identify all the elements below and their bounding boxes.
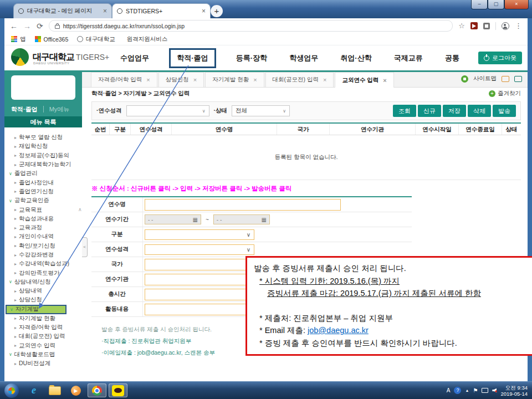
taskbar-chrome-icon[interactable]: [88, 383, 106, 397]
sidebar-menu-item[interactable]: ∨ 상담내역/신청: [4, 278, 82, 287]
profile-avatar-icon[interactable]: [502, 22, 509, 30]
sidebar-menu-item[interactable]: ▸ 재입학신청: [4, 142, 82, 151]
action-button[interactable]: 삭제: [468, 105, 491, 117]
browser-tab[interactable]: STDTIGERS+ ×: [112, 3, 211, 18]
popup-close-window-icon[interactable]: [514, 76, 522, 82]
content-tab-close-icon[interactable]: ×: [323, 76, 326, 83]
bookmark-item[interactable]: 대구대학교: [77, 35, 115, 43]
country-input[interactable]: [145, 259, 257, 270]
calendar-icon[interactable]: ▦: [261, 217, 266, 223]
action-button[interactable]: 신규: [418, 105, 441, 117]
content-tab[interactable]: 대회(공모전) 입력 ×: [265, 72, 334, 87]
university-logo[interactable]: 대구대학교TIGERS+ DAEGU UNIVERSITY: [11, 48, 109, 66]
pdf-extension-icon[interactable]: [470, 22, 478, 29]
agency-input[interactable]: [145, 274, 257, 285]
sidebar-menu-item[interactable]: ∨ 대학생활로드맵: [4, 350, 82, 359]
content-tab[interactable]: 자격증/어학 입력 ×: [91, 72, 157, 87]
sidebar-menu-item[interactable]: ▸ 상담내역: [4, 287, 82, 295]
global-nav-item[interactable]: 학적·졸업: [169, 48, 216, 68]
content-tab-close-icon[interactable]: ×: [146, 76, 150, 83]
sitemap-label[interactable]: 사이트맵: [473, 75, 497, 83]
email-link[interactable]: job@daegu.ac.kr: [308, 326, 369, 335]
action-button[interactable]: 발송: [493, 105, 516, 117]
maximize-button[interactable]: ▢: [488, 0, 504, 9]
sidebar-menu-item[interactable]: ▸ 학습성과내용: [4, 214, 82, 223]
forward-icon[interactable]: →: [23, 22, 31, 30]
content-tab[interactable]: 자기계발 현황 ×: [205, 72, 264, 87]
help-tray-icon[interactable]: ?: [454, 387, 461, 394]
calendar-icon[interactable]: ▦: [193, 217, 198, 223]
bookmark-star-icon[interactable]: ☆: [458, 22, 465, 30]
sidebar-menu-item[interactable]: ▸ 확인/포기신청: [4, 242, 82, 250]
sidebar-menu-item[interactable]: ▸ 교육과정: [4, 223, 82, 232]
sidebar-menu-item[interactable]: ∨ 졸업관리: [4, 169, 82, 178]
status-filter-select[interactable]: 전체 ∨: [232, 105, 290, 116]
sidebar-menu-item[interactable]: ∨ 자기계발: [6, 305, 66, 314]
minimize-button[interactable]: –: [471, 0, 488, 9]
nature-select[interactable]: ∨: [145, 244, 254, 255]
start-button[interactable]: [4, 383, 19, 398]
global-nav-item[interactable]: 수업업무: [118, 50, 151, 66]
content-tab-close-icon[interactable]: ×: [383, 77, 386, 84]
browser-menu-icon[interactable]: ⋮: [515, 22, 522, 30]
sidebar-tab-hakjeok[interactable]: 학적·졸업: [11, 105, 38, 114]
sidebar-menu-item[interactable]: ▸ 졸업연기신청: [4, 187, 82, 196]
sidebar-menu-item[interactable]: ▸ 학부모 열람 신청: [4, 133, 82, 142]
taskbar-mediaplayer-icon[interactable]: ▶: [66, 383, 85, 397]
sidebar-menu-item[interactable]: ∨ 공학교육인증: [4, 196, 82, 205]
sidebar-menu-item[interactable]: ▸ 자격증/어학 입력: [4, 323, 82, 332]
sidebar-menu-item[interactable]: ▸ 자기계발 현황: [4, 314, 82, 323]
new-tab-button[interactable]: +: [211, 5, 223, 17]
bookmark-item[interactable]: 원격지원서비스: [124, 35, 168, 43]
back-icon[interactable]: ←: [10, 22, 18, 30]
network-icon[interactable]: [482, 388, 488, 393]
taskbar-kakaotalk-icon[interactable]: [109, 383, 127, 397]
reload-icon[interactable]: ⟳: [37, 22, 43, 30]
sidebar-menu-item[interactable]: ▸ 수강강좌변경: [4, 250, 82, 259]
taskbar-clock[interactable]: 오전 9:34 2019-05-14: [500, 385, 528, 397]
content-tab[interactable]: 상담신청 ×: [158, 72, 204, 87]
sidebar-menu-item[interactable]: ▸ 강의만족도평가: [4, 268, 82, 277]
total-hours-input[interactable]: [145, 289, 257, 300]
global-nav-item[interactable]: 학생업무: [287, 50, 320, 66]
taskbar-ie-icon[interactable]: e: [24, 383, 43, 397]
sidebar-menu-item[interactable]: ▸ 졸업사정안내: [4, 178, 82, 187]
action-center-flag-icon[interactable]: ⚑: [473, 387, 478, 393]
bookmark-item[interactable]: 앱: [11, 35, 26, 43]
sidebar-menu-item[interactable]: ▸ 정보제공(수집)동의: [4, 151, 82, 160]
tray-expand-icon[interactable]: ▲: [465, 388, 469, 392]
popup-window-icon[interactable]: [502, 76, 509, 82]
address-bar[interactable]: https://tigersstd.daegu.ac.kr/nxrun/ssoL…: [49, 20, 453, 32]
period-start-datepicker[interactable]: - - ▦: [145, 214, 201, 224]
action-button[interactable]: 저장: [443, 105, 466, 117]
content-tab-close-icon[interactable]: ×: [253, 76, 257, 83]
global-nav-item[interactable]: 국제교류: [392, 50, 425, 66]
menu-scroll-up-icon[interactable]: ∧: [78, 207, 524, 212]
tab-close-icon[interactable]: ×: [202, 7, 206, 15]
training-nature-filter-select[interactable]: ∨: [126, 105, 209, 116]
browser-tab[interactable]: 대구대학교 - 메인 페이지 ×: [13, 3, 112, 18]
sidebar-menu-item[interactable]: ▸ DU비전설계: [4, 359, 82, 368]
logout-button[interactable]: 로그아웃: [478, 52, 522, 64]
tab-close-icon[interactable]: ×: [103, 7, 107, 15]
muted-speaker-icon[interactable]: ×: [492, 388, 497, 393]
content-tab[interactable]: 교외연수 입력 ×: [335, 72, 393, 88]
sidebar-menu-item[interactable]: ▸ 교외연수 입력: [4, 341, 82, 350]
activity-input[interactable]: [145, 304, 257, 315]
sidebar-collapse-handle[interactable]: <: [82, 237, 88, 257]
sidebar-tab-mymenu[interactable]: My메뉴: [49, 105, 70, 114]
sidebar-menu-item[interactable]: ▸ 군제대복학가능학기: [4, 160, 82, 169]
extension-icon[interactable]: [483, 23, 490, 29]
sidebar-menu-item[interactable]: ▸ 대회(공모전) 입력: [4, 332, 82, 341]
global-nav-item[interactable]: 등록·장학: [234, 50, 269, 66]
sidebar-menu-item[interactable]: ▸ 수강내역(학습성과): [4, 259, 82, 268]
ime-language-icon[interactable]: A: [447, 387, 451, 393]
content-tab-close-icon[interactable]: ×: [193, 76, 197, 83]
sidebar-menu-item[interactable]: ▸ 상담신청: [4, 295, 82, 304]
close-button[interactable]: ×: [504, 0, 529, 9]
sidebar-menu-item[interactable]: ▸ 개인이수내역: [4, 232, 82, 241]
global-nav-item[interactable]: 취업·산학: [338, 50, 374, 66]
period-end-datepicker[interactable]: - - ▦: [213, 214, 270, 224]
global-nav-item[interactable]: 공통: [443, 50, 462, 66]
sidebar-menu-item[interactable]: ▸ 교육목표: [4, 205, 82, 214]
